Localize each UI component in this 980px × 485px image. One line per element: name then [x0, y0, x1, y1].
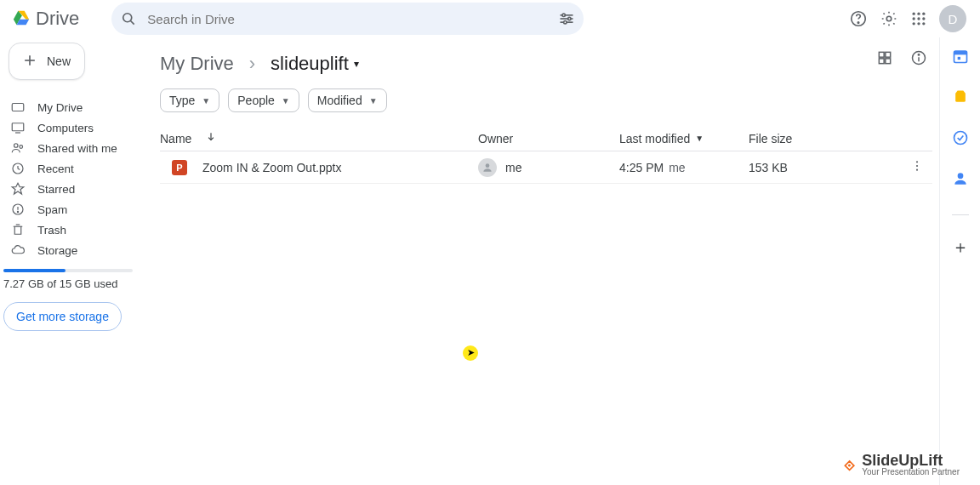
table-header: Name Owner Last modified ▼ File size: [160, 126, 932, 151]
sidebar-item-label: Storage: [37, 244, 77, 257]
spam-icon: [10, 202, 26, 217]
help-icon[interactable]: [849, 9, 868, 28]
breadcrumb-current[interactable]: slideuplift ▾: [271, 53, 359, 75]
chevron-down-icon: ▾: [354, 58, 359, 70]
arrow-down-icon: [205, 131, 217, 146]
svg-point-3: [123, 14, 132, 22]
owner-name: me: [505, 161, 521, 174]
svg-point-28: [14, 144, 19, 148]
app-name: Drive: [36, 8, 79, 30]
settings-icon[interactable]: [880, 9, 898, 28]
modified-time: 4:25 PM: [619, 161, 664, 174]
column-size-label: File size: [749, 132, 792, 146]
caret-down-icon: ▼: [369, 96, 378, 106]
svg-point-43: [486, 163, 490, 168]
watermark-brand: SlideUpLift: [862, 453, 960, 468]
row-menu-icon[interactable]: [910, 159, 924, 175]
column-last-modified[interactable]: Last modified ▼: [619, 132, 749, 146]
get-addons-icon[interactable]: ＋: [953, 239, 968, 254]
svg-point-18: [917, 17, 920, 20]
filter-people[interactable]: People▼: [228, 88, 299, 112]
watermark: ⟐ SlideUpLift Your Presentation Partner: [844, 453, 960, 476]
chevron-right-icon: ›: [249, 53, 255, 75]
svg-point-17: [913, 17, 915, 20]
svg-point-29: [20, 146, 23, 149]
app-logo[interactable]: Drive: [12, 8, 79, 30]
sidebar-item-my-drive[interactable]: My Drive: [3, 97, 136, 117]
column-owner[interactable]: Owner: [478, 132, 619, 146]
filter-modified[interactable]: Modified▼: [308, 88, 387, 112]
filter-modified-label: Modified: [317, 94, 362, 107]
search-bar[interactable]: [111, 3, 584, 35]
svg-rect-38: [886, 59, 891, 64]
account-avatar[interactable]: D: [939, 5, 966, 32]
star-icon: [10, 181, 26, 197]
info-icon[interactable]: [910, 49, 927, 66]
column-name-label: Name: [160, 132, 191, 146]
svg-point-45: [916, 165, 918, 167]
drive-folder-icon: [10, 100, 26, 115]
svg-line-4: [131, 21, 134, 25]
filter-people-label: People: [237, 94, 275, 107]
get-more-storage-button[interactable]: Get more storage: [3, 302, 122, 331]
svg-rect-49: [957, 57, 960, 60]
new-button-label: New: [47, 54, 71, 68]
calendar-icon[interactable]: [952, 48, 969, 65]
sidebar-item-label: Spam: [37, 203, 67, 216]
svg-point-20: [913, 22, 915, 25]
cursor-arrow-icon: ➤: [467, 347, 475, 358]
sidebar-item-starred[interactable]: Starred: [3, 179, 136, 199]
file-size: 153 KB: [749, 161, 788, 174]
filter-bar: Type▼ People▼ Modified▼: [160, 88, 932, 112]
plus-icon: [21, 52, 38, 71]
breadcrumb: My Drive › slideuplift ▾: [160, 44, 932, 83]
svg-point-50: [954, 132, 966, 145]
header: Drive D: [0, 0, 980, 37]
sidebar-item-computers[interactable]: Computers: [3, 117, 136, 138]
sidebar: New My Drive Computers Shared with me Re…: [0, 37, 146, 485]
computers-icon: [10, 120, 26, 135]
sidebar-item-label: Starred: [37, 183, 75, 196]
svg-point-21: [917, 22, 920, 25]
new-button[interactable]: New: [9, 43, 85, 80]
sidebar-item-trash[interactable]: Trash: [3, 220, 136, 240]
column-name[interactable]: Name: [160, 131, 478, 146]
storage-usage-text: 7.27 GB of 15 GB used: [3, 277, 136, 290]
sidebar-item-storage[interactable]: Storage: [3, 240, 136, 260]
shared-icon: [10, 140, 26, 156]
breadcrumb-current-label: slideuplift: [271, 53, 349, 75]
side-panel-divider: [952, 214, 969, 215]
table-row[interactable]: P Zoom IN & Zoom Out.pptx me 4:25 PM me …: [160, 151, 932, 184]
side-panel: ＋: [939, 37, 980, 485]
cursor-highlight: [463, 345, 478, 361]
breadcrumb-root[interactable]: My Drive: [160, 53, 234, 75]
keep-icon[interactable]: [952, 88, 969, 106]
tasks-icon[interactable]: [952, 129, 969, 146]
caret-down-icon: ▼: [695, 134, 704, 143]
svg-point-51: [957, 173, 963, 179]
search-options-icon[interactable]: [558, 10, 575, 27]
sidebar-item-label: Recent: [37, 163, 74, 175]
main-content: My Drive › slideuplift ▾ Type▼ People▼ M…: [146, 37, 939, 485]
sidebar-item-label: My Drive: [37, 101, 83, 114]
column-modified-label: Last modified: [619, 132, 690, 146]
svg-rect-35: [879, 52, 884, 57]
caret-down-icon: ▼: [202, 96, 210, 106]
svg-point-44: [916, 161, 918, 163]
svg-point-19: [922, 17, 925, 20]
filter-type[interactable]: Type▼: [160, 88, 219, 112]
sidebar-item-recent[interactable]: Recent: [3, 158, 136, 179]
svg-point-12: [858, 22, 858, 23]
drive-logo-icon: [12, 9, 31, 30]
sidebar-item-spam[interactable]: Spam: [3, 199, 136, 220]
layout-toggle-icon[interactable]: [876, 49, 893, 66]
contacts-icon[interactable]: [952, 170, 969, 187]
sidebar-item-label: Computers: [37, 122, 94, 134]
search-icon: [120, 10, 137, 27]
svg-rect-36: [886, 52, 891, 57]
clock-icon: [10, 161, 26, 176]
search-input[interactable]: [147, 12, 548, 26]
column-file-size[interactable]: File size: [749, 132, 902, 146]
apps-icon[interactable]: [910, 10, 927, 27]
sidebar-item-shared[interactable]: Shared with me: [3, 138, 136, 158]
